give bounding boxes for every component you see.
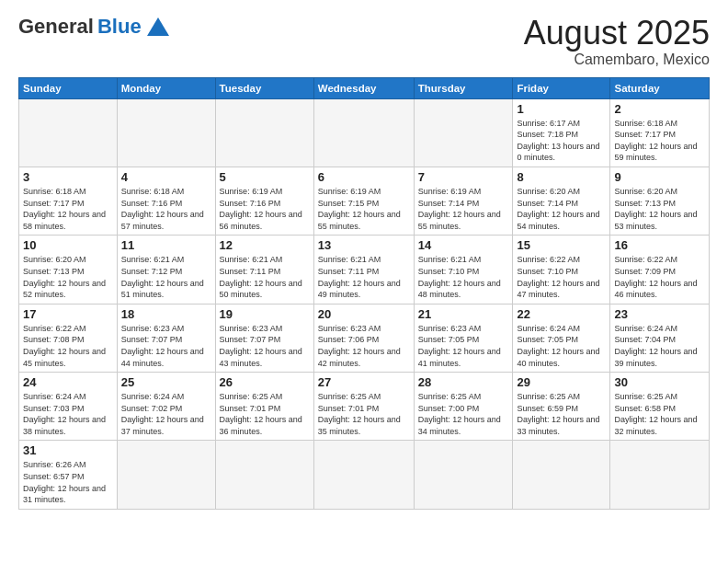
week-row-1: 1 Sunrise: 6:17 AM Sunset: 7:18 PM Dayli… xyxy=(19,98,710,167)
empty-cell xyxy=(313,441,414,509)
header-sunday: Sunday xyxy=(19,77,118,98)
logo-text-general: General xyxy=(18,15,94,39)
week-row-2: 3 Sunrise: 6:18 AMSunset: 7:17 PMDayligh… xyxy=(19,167,710,235)
title-area: August 2025 Camembaro, Mexico xyxy=(524,15,710,68)
header-thursday: Thursday xyxy=(414,77,513,98)
day-25: 25 Sunrise: 6:24 AMSunset: 7:02 PMDaylig… xyxy=(117,373,215,441)
page: General Blue August 2025 Camembaro, Mexi… xyxy=(0,0,728,563)
day-16: 16 Sunrise: 6:22 AMSunset: 7:09 PMDaylig… xyxy=(610,236,710,304)
day-8: 8 Sunrise: 6:20 AMSunset: 7:14 PMDayligh… xyxy=(513,167,610,235)
logo-triangle-icon xyxy=(147,17,169,36)
day-21: 21 Sunrise: 6:23 AMSunset: 7:05 PMDaylig… xyxy=(414,304,513,372)
empty-cell xyxy=(313,98,414,167)
day-6: 6 Sunrise: 6:19 AMSunset: 7:15 PMDayligh… xyxy=(313,167,414,235)
day-28: 28 Sunrise: 6:25 AMSunset: 7:00 PMDaylig… xyxy=(414,373,513,441)
day-info-2: Sunrise: 6:18 AM Sunset: 7:17 PM Dayligh… xyxy=(614,118,705,164)
location-title: Camembaro, Mexico xyxy=(524,52,710,68)
day-5: 5 Sunrise: 6:19 AMSunset: 7:16 PMDayligh… xyxy=(215,167,313,235)
empty-cell xyxy=(513,441,610,509)
day-26: 26 Sunrise: 6:25 AMSunset: 7:01 PMDaylig… xyxy=(215,373,313,441)
day-23: 23 Sunrise: 6:24 AMSunset: 7:04 PMDaylig… xyxy=(610,304,710,372)
logo-area: General Blue xyxy=(18,15,169,39)
day-10: 10 Sunrise: 6:20 AMSunset: 7:13 PMDaylig… xyxy=(19,236,118,304)
day-14: 14 Sunrise: 6:21 AMSunset: 7:10 PMDaylig… xyxy=(414,236,513,304)
day-number-2: 2 xyxy=(614,102,705,116)
day-18: 18 Sunrise: 6:23 AMSunset: 7:07 PMDaylig… xyxy=(117,304,215,372)
empty-cell xyxy=(414,441,513,509)
day-27: 27 Sunrise: 6:25 AMSunset: 7:01 PMDaylig… xyxy=(313,373,414,441)
day-4: 4 Sunrise: 6:18 AMSunset: 7:16 PMDayligh… xyxy=(117,167,215,235)
week-row-4: 17 Sunrise: 6:22 AMSunset: 7:08 PMDaylig… xyxy=(19,304,710,372)
header-monday: Monday xyxy=(117,77,215,98)
header-friday: Friday xyxy=(513,77,610,98)
header-tuesday: Tuesday xyxy=(215,77,313,98)
logo-text-blue: Blue xyxy=(97,15,142,39)
header-saturday: Saturday xyxy=(610,77,710,98)
day-30: 30 Sunrise: 6:25 AMSunset: 6:58 PMDaylig… xyxy=(610,373,710,441)
weekday-header-row: Sunday Monday Tuesday Wednesday Thursday… xyxy=(19,77,710,98)
empty-cell xyxy=(215,98,313,167)
month-title: August 2025 xyxy=(524,15,710,52)
day-1: 1 Sunrise: 6:17 AM Sunset: 7:18 PM Dayli… xyxy=(513,98,610,167)
day-19: 19 Sunrise: 6:23 AMSunset: 7:07 PMDaylig… xyxy=(215,304,313,372)
day-20: 20 Sunrise: 6:23 AMSunset: 7:06 PMDaylig… xyxy=(313,304,414,372)
day-31: 31 Sunrise: 6:26 AMSunset: 6:57 PMDaylig… xyxy=(19,441,118,509)
header: General Blue August 2025 Camembaro, Mexi… xyxy=(18,15,710,68)
day-info-1: Sunrise: 6:17 AM Sunset: 7:18 PM Dayligh… xyxy=(517,118,606,164)
day-3: 3 Sunrise: 6:18 AMSunset: 7:17 PMDayligh… xyxy=(19,167,118,235)
empty-cell xyxy=(117,98,215,167)
day-number-1: 1 xyxy=(517,102,606,116)
week-row-3: 10 Sunrise: 6:20 AMSunset: 7:13 PMDaylig… xyxy=(19,236,710,304)
week-row-6: 31 Sunrise: 6:26 AMSunset: 6:57 PMDaylig… xyxy=(19,441,710,509)
day-15: 15 Sunrise: 6:22 AMSunset: 7:10 PMDaylig… xyxy=(513,236,610,304)
empty-cell xyxy=(610,441,710,509)
day-9: 9 Sunrise: 6:20 AMSunset: 7:13 PMDayligh… xyxy=(610,167,710,235)
day-29: 29 Sunrise: 6:25 AMSunset: 6:59 PMDaylig… xyxy=(513,373,610,441)
week-row-5: 24 Sunrise: 6:24 AMSunset: 7:03 PMDaylig… xyxy=(19,373,710,441)
empty-cell xyxy=(19,98,118,167)
empty-cell xyxy=(117,441,215,509)
empty-cell xyxy=(215,441,313,509)
header-wednesday: Wednesday xyxy=(313,77,414,98)
empty-cell xyxy=(414,98,513,167)
day-24: 24 Sunrise: 6:24 AMSunset: 7:03 PMDaylig… xyxy=(19,373,118,441)
day-2: 2 Sunrise: 6:18 AM Sunset: 7:17 PM Dayli… xyxy=(610,98,710,167)
day-13: 13 Sunrise: 6:21 AMSunset: 7:11 PMDaylig… xyxy=(313,236,414,304)
logo: General Blue xyxy=(18,15,169,39)
day-12: 12 Sunrise: 6:21 AMSunset: 7:11 PMDaylig… xyxy=(215,236,313,304)
calendar: Sunday Monday Tuesday Wednesday Thursday… xyxy=(18,77,710,510)
day-22: 22 Sunrise: 6:24 AMSunset: 7:05 PMDaylig… xyxy=(513,304,610,372)
day-7: 7 Sunrise: 6:19 AMSunset: 7:14 PMDayligh… xyxy=(414,167,513,235)
day-11: 11 Sunrise: 6:21 AMSunset: 7:12 PMDaylig… xyxy=(117,236,215,304)
day-17: 17 Sunrise: 6:22 AMSunset: 7:08 PMDaylig… xyxy=(19,304,118,372)
